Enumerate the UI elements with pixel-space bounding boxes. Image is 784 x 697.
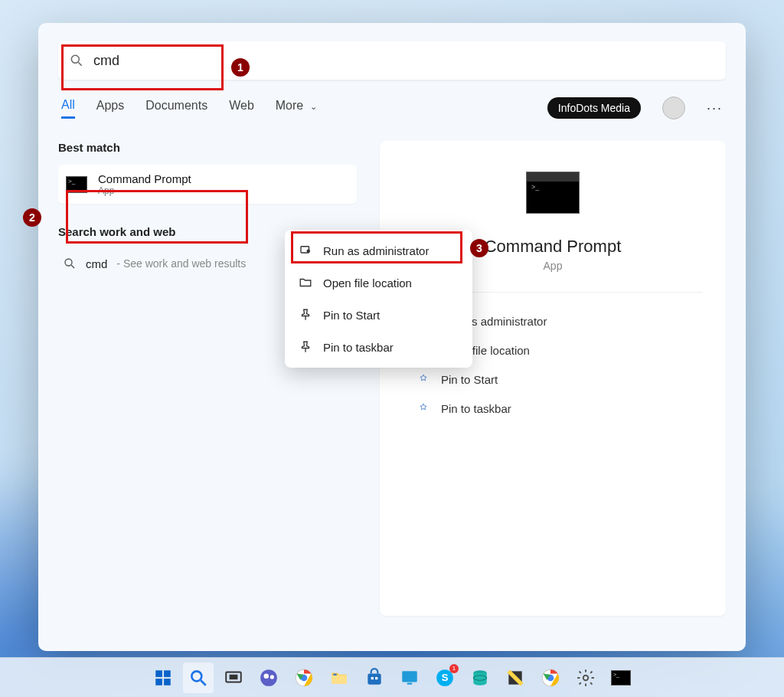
folder-icon <box>299 276 312 290</box>
taskbar-settings-button[interactable] <box>570 663 601 693</box>
svg-rect-25 <box>371 676 374 679</box>
taskbar-store-button[interactable] <box>359 663 390 693</box>
tab-more-label: More <box>276 99 303 112</box>
svg-text:S: S <box>442 672 449 683</box>
ctx-pin-taskbar[interactable]: Pin to taskbar <box>285 331 472 363</box>
svg-rect-22 <box>332 675 347 683</box>
search-box[interactable] <box>58 41 726 80</box>
ctx-pin-start-label: Pin to Start <box>323 309 380 322</box>
taskbar-search-button[interactable] <box>183 663 214 693</box>
skype-badge: 1 <box>449 664 459 673</box>
search-icon <box>69 53 84 68</box>
svg-rect-12 <box>164 679 171 686</box>
svg-rect-27 <box>402 671 417 682</box>
taskbar-explorer-button[interactable] <box>324 663 354 693</box>
taskbar-monitor-button[interactable] <box>394 663 425 693</box>
svg-rect-11 <box>155 679 162 686</box>
result-title: Command Prompt <box>98 172 191 185</box>
taskbar-taskview-button[interactable] <box>218 663 249 693</box>
cmd-icon <box>66 176 87 193</box>
user-chip[interactable]: InfoDots Media <box>547 97 641 119</box>
svg-point-17 <box>260 669 277 686</box>
pin-icon <box>416 372 430 386</box>
avatar[interactable] <box>662 97 685 119</box>
svg-point-19 <box>270 675 274 679</box>
svg-line-14 <box>201 680 206 686</box>
result-subtitle: App <box>98 185 191 196</box>
detail-pin-taskbar[interactable]: Pin to taskbar <box>413 394 692 423</box>
taskbar-notes-button[interactable] <box>500 663 531 693</box>
svg-point-0 <box>71 55 79 63</box>
taskbar-database-button[interactable] <box>465 663 495 693</box>
svg-point-18 <box>264 673 270 679</box>
svg-rect-28 <box>407 682 413 684</box>
svg-rect-10 <box>164 670 171 677</box>
svg-rect-26 <box>375 676 377 679</box>
svg-point-6 <box>307 250 311 254</box>
taskbar-chrome2-button[interactable] <box>535 663 566 693</box>
svg-line-1 <box>79 63 82 66</box>
taskbar-teams-button[interactable] <box>253 663 284 693</box>
detail-pane: Command Prompt App Run as administrator <box>380 141 726 616</box>
svg-rect-16 <box>230 674 238 679</box>
tab-documents[interactable]: Documents <box>145 99 207 117</box>
result-texts: Command Prompt App <box>98 172 191 196</box>
context-menu: Run as administrator Open file location … <box>285 230 472 368</box>
taskbar-chrome-button[interactable] <box>289 663 319 693</box>
tabs-row: All Apps Documents Web More ⌄ InfoDots M… <box>58 97 726 119</box>
svg-rect-9 <box>155 670 162 677</box>
results-column: Best match Command Prompt App Search wor… <box>58 141 357 633</box>
ctx-run-admin-label: Run as administrator <box>323 244 429 257</box>
chevron-down-icon: ⌄ <box>310 102 317 111</box>
ctx-pin-taskbar-label: Pin to taskbar <box>323 341 394 354</box>
taskbar-start-button[interactable] <box>148 663 178 693</box>
search-input[interactable] <box>93 53 715 69</box>
search-web-hint: - See work and web results <box>116 257 246 270</box>
ctx-run-admin[interactable]: Run as administrator <box>285 234 472 267</box>
search-icon <box>63 257 77 270</box>
svg-point-36 <box>583 675 589 680</box>
svg-point-13 <box>191 671 201 681</box>
tab-web[interactable]: Web <box>229 99 254 117</box>
more-options-button[interactable]: ··· <box>707 100 723 116</box>
best-match-label: Best match <box>58 141 357 154</box>
search-web-term: cmd <box>86 257 107 270</box>
svg-point-2 <box>65 259 72 266</box>
detail-column: Command Prompt App Run as administrator <box>357 141 726 633</box>
svg-rect-24 <box>368 673 381 684</box>
ctx-pin-start[interactable]: Pin to Start <box>285 299 472 331</box>
cmd-icon <box>526 172 580 214</box>
pin-icon <box>299 340 312 354</box>
taskbar-skype-button[interactable]: S 1 <box>430 663 460 693</box>
pin-icon <box>299 308 312 322</box>
svg-rect-23 <box>333 673 336 675</box>
svg-line-3 <box>71 265 74 268</box>
taskbar-cmd-button[interactable]: >_ <box>606 663 636 693</box>
pin-icon <box>416 401 430 415</box>
tab-more[interactable]: More ⌄ <box>276 99 317 117</box>
detail-pin-taskbar-label: Pin to taskbar <box>441 402 511 415</box>
tab-all[interactable]: All <box>61 98 75 119</box>
result-command-prompt[interactable]: Command Prompt App <box>58 165 357 204</box>
detail-pin-start-label: Pin to Start <box>441 373 498 386</box>
shield-icon <box>299 244 312 257</box>
ctx-open-location-label: Open file location <box>323 277 412 290</box>
ctx-open-location[interactable]: Open file location <box>285 267 472 299</box>
detail-pin-start[interactable]: Pin to Start <box>413 365 692 394</box>
tab-apps[interactable]: Apps <box>96 99 124 117</box>
taskbar: S 1 >_ <box>0 657 784 697</box>
